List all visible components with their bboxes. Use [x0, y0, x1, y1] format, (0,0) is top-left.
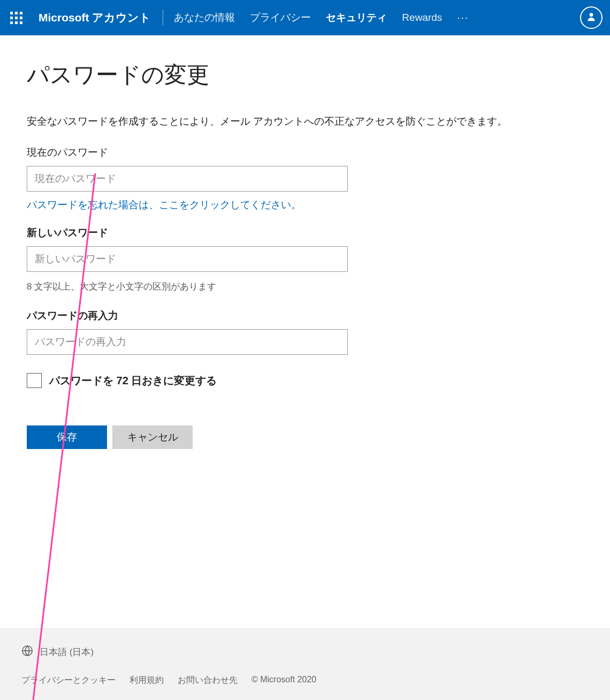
new-password-hint: 8 文字以上、大文字と小文字の区別があります — [27, 280, 583, 293]
nav-more-button[interactable]: ··· — [449, 12, 476, 24]
nav-your-info[interactable]: あなたの情報 — [166, 11, 242, 25]
rotate-password-checkbox[interactable] — [27, 373, 42, 388]
current-password-group: 現在のパスワード パスワードを忘れた場合は、ここをクリックしてください。 — [27, 146, 583, 212]
header: Microsoft アカウント あなたの情報 プライバシー セキュリティ Rew… — [0, 0, 610, 35]
waffle-icon — [10, 12, 22, 24]
main-content: パスワードの変更 安全なパスワードを作成することにより、メール アカウントへの不… — [0, 35, 610, 449]
rotate-password-label: パスワードを 72 日おきに変更する — [49, 374, 217, 388]
save-button[interactable]: 保存 — [27, 425, 107, 449]
confirm-password-input[interactable] — [27, 329, 348, 355]
cancel-button[interactable]: キャンセル — [112, 425, 193, 449]
footer: 日本語 (日本) プライバシーとクッキー 利用規約 お問い合わせ先 © Micr… — [0, 628, 610, 700]
brand-title[interactable]: Microsoft アカウント — [32, 10, 163, 25]
current-password-label: 現在のパスワード — [27, 146, 583, 159]
top-nav: あなたの情報 プライバシー セキュリティ Rewards ··· — [166, 11, 573, 25]
page-subtitle: 安全なパスワードを作成することにより、メール アカウントへの不正なアクセスを防ぐ… — [27, 115, 583, 128]
form-button-row: 保存 キャンセル — [27, 425, 583, 449]
footer-contact-link[interactable]: お問い合わせ先 — [178, 675, 238, 686]
new-password-input[interactable] — [27, 246, 348, 272]
account-avatar-button[interactable] — [580, 6, 603, 29]
new-password-group: 新しいパスワード 8 文字以上、大文字と小文字の区別があります — [27, 226, 583, 293]
locale-selector[interactable]: 日本語 (日本) — [21, 645, 589, 659]
footer-links: プライバシーとクッキー 利用規約 お問い合わせ先 © Microsoft 202… — [21, 675, 589, 686]
nav-rewards[interactable]: Rewards — [394, 12, 449, 24]
confirm-password-label: パスワードの再入力 — [27, 309, 583, 323]
footer-privacy-link[interactable]: プライバシーとクッキー — [21, 675, 116, 686]
person-icon — [586, 11, 597, 25]
page-title: パスワードの変更 — [27, 60, 583, 90]
locale-text: 日本語 (日本) — [40, 646, 94, 658]
new-password-label: 新しいパスワード — [27, 226, 583, 240]
globe-icon — [21, 645, 33, 659]
footer-terms-link[interactable]: 利用規約 — [129, 675, 164, 686]
header-separator — [163, 10, 163, 26]
confirm-password-group: パスワードの再入力 — [27, 309, 583, 355]
rotate-password-row: パスワードを 72 日おきに変更する — [27, 373, 583, 388]
nav-security[interactable]: セキュリティ — [318, 11, 394, 25]
current-password-input[interactable] — [27, 166, 348, 192]
app-launcher-button[interactable] — [0, 0, 32, 35]
nav-privacy[interactable]: プライバシー — [242, 11, 318, 25]
svg-point-0 — [590, 13, 593, 17]
footer-copyright: © Microsoft 2020 — [251, 675, 316, 686]
forgot-password-link[interactable]: パスワードを忘れた場合は、ここをクリックしてください。 — [27, 198, 301, 212]
